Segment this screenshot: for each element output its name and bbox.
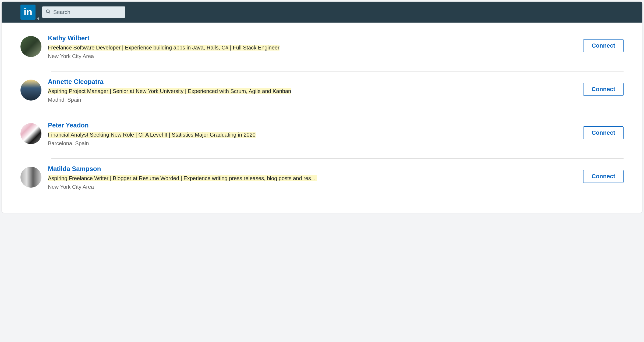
- search-box[interactable]: [42, 6, 125, 18]
- avatar[interactable]: [20, 80, 41, 101]
- result-location: New York City Area: [48, 184, 577, 190]
- result-headline: Financial Analyst Seeking New Role | CFA…: [48, 132, 256, 138]
- result-location: New York City Area: [48, 53, 577, 59]
- svg-line-1: [49, 12, 50, 13]
- search-icon: [46, 9, 51, 15]
- headline-wrap: Aspiring Project Manager | Senior at New…: [48, 87, 317, 95]
- result-name[interactable]: Kathy Wilbert: [48, 34, 577, 42]
- connect-button[interactable]: Connect: [583, 126, 624, 139]
- search-input[interactable]: [53, 9, 122, 15]
- connect-button[interactable]: Connect: [583, 170, 624, 183]
- result-row: Peter Yeadon Financial Analyst Seeking N…: [20, 115, 624, 158]
- svg-point-0: [46, 10, 49, 13]
- search-results: Kathy Wilbert Freelance Software Develop…: [2, 23, 642, 213]
- result-location: Barcelona, Spain: [48, 140, 577, 147]
- result-row: Matilda Sampson Aspiring Freelance Write…: [20, 159, 624, 202]
- headline-wrap: Freelance Software Developer | Experienc…: [48, 44, 317, 52]
- result-info: Matilda Sampson Aspiring Freelance Write…: [48, 165, 577, 190]
- result-name[interactable]: Peter Yeadon: [48, 122, 577, 129]
- headline-wrap: Aspiring Freelance Writer | Blogger at R…: [48, 174, 317, 182]
- connect-button[interactable]: Connect: [583, 39, 624, 52]
- connect-button[interactable]: Connect: [583, 83, 624, 96]
- result-info: Annette Cleopatra Aspiring Project Manag…: [48, 78, 577, 103]
- avatar[interactable]: [20, 123, 41, 144]
- result-headline: Aspiring Project Manager | Senior at New…: [48, 88, 291, 94]
- result-name[interactable]: Annette Cleopatra: [48, 78, 577, 86]
- result-location: Madrid, Spain: [48, 97, 577, 103]
- avatar[interactable]: [20, 36, 41, 57]
- headline-wrap: Financial Analyst Seeking New Role | CFA…: [48, 131, 317, 139]
- app-window: in Kathy Wilbert Freelance Software Deve…: [2, 2, 642, 213]
- linkedin-logo[interactable]: in: [20, 5, 36, 20]
- avatar[interactable]: [20, 167, 41, 188]
- header-bar: in: [2, 2, 642, 23]
- result-name[interactable]: Matilda Sampson: [48, 165, 577, 173]
- result-headline: Freelance Software Developer | Experienc…: [48, 45, 279, 51]
- result-headline: Aspiring Freelance Writer | Blogger at R…: [48, 175, 317, 181]
- result-info: Kathy Wilbert Freelance Software Develop…: [48, 34, 577, 59]
- result-info: Peter Yeadon Financial Analyst Seeking N…: [48, 122, 577, 147]
- linkedin-logo-text: in: [24, 6, 32, 18]
- result-row: Kathy Wilbert Freelance Software Develop…: [20, 28, 624, 71]
- result-row: Annette Cleopatra Aspiring Project Manag…: [20, 72, 624, 115]
